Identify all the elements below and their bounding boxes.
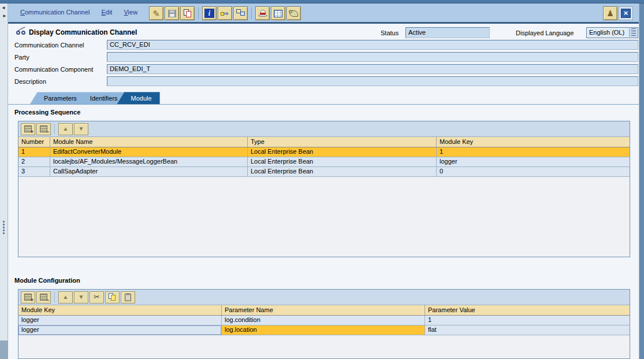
window-buttons: ♟ × xyxy=(603,6,633,20)
collapse-left-icon[interactable]: ◄ xyxy=(1,5,6,11)
display-change-toggle-button[interactable]: ✎ xyxy=(149,6,163,20)
cell-type[interactable]: Local Enterprise Bean xyxy=(248,157,437,166)
move-down-button[interactable]: ▼ xyxy=(74,291,88,304)
status-label: Status xyxy=(381,29,399,36)
column-header-module-name[interactable]: Module Name xyxy=(50,137,248,147)
status-field[interactable]: Active xyxy=(405,27,490,38)
cut-button[interactable]: ✂ xyxy=(90,291,104,304)
tab-parameters[interactable]: Parameters xyxy=(30,92,85,104)
processing-sequence-title: Processing Sequence xyxy=(14,109,80,116)
help-wizard-button[interactable]: ♟ xyxy=(603,6,617,20)
where-used-button[interactable]: ⇒ xyxy=(218,6,232,20)
cell-number[interactable]: 1 xyxy=(18,147,50,157)
display-glasses-icon xyxy=(16,28,27,36)
communication-channel-field[interactable]: CC_RCV_EDI xyxy=(107,40,638,50)
relationships-icon xyxy=(236,9,245,17)
move-up-button[interactable]: ▲ xyxy=(58,291,73,304)
close-window-button[interactable]: × xyxy=(619,6,633,20)
cell-number[interactable]: 3 xyxy=(18,167,50,176)
cell-type[interactable]: Local Enterprise Bean xyxy=(248,147,437,157)
paste-button[interactable] xyxy=(121,291,135,304)
sap-window: ◄ ► Communication Channel Edit View ✎ i xyxy=(0,0,644,359)
module-configuration-title: Module Configuration xyxy=(14,277,80,284)
insert-row-icon: + xyxy=(24,294,32,301)
cell-type[interactable]: Local Enterprise Bean xyxy=(248,167,437,176)
description-field[interactable] xyxy=(107,76,638,86)
communication-component-field[interactable]: DEMO_EDI_T xyxy=(107,64,638,74)
column-header-module-key[interactable]: Module Key xyxy=(18,305,222,315)
toolbar-separator xyxy=(251,8,252,19)
cell-parameter-name[interactable]: log.location xyxy=(222,325,425,335)
relationships-button[interactable] xyxy=(233,6,248,20)
toolbar-separator xyxy=(198,8,199,19)
down-arrow-icon: ▼ xyxy=(79,294,84,301)
up-arrow-icon: ▲ xyxy=(63,294,69,301)
communication-component-label: Communication Component xyxy=(14,66,93,73)
table-row[interactable]: logger log.condition 1 xyxy=(18,316,630,325)
cell-module-name[interactable]: CallSapAdapter xyxy=(50,167,248,176)
expand-right-icon[interactable]: ► xyxy=(2,13,7,19)
copy-icon xyxy=(183,9,192,18)
party-label: Party xyxy=(14,54,29,61)
scissors-icon: ✂ xyxy=(94,293,100,301)
left-panel-splitter[interactable]: ◄ ► xyxy=(0,3,8,359)
cell-module-key[interactable]: 1 xyxy=(437,147,630,157)
main-toolbar: ✎ i ⇒ xyxy=(149,6,301,20)
column-header-module-key[interactable]: Module Key xyxy=(437,137,630,147)
copy-pages-icon xyxy=(109,293,117,301)
tab-module[interactable]: Module xyxy=(117,92,160,104)
cell-parameter-name[interactable]: log.condition xyxy=(222,316,425,325)
table-row[interactable]: 1 EdifactConverterModule Local Enterpris… xyxy=(18,147,630,157)
cell-parameter-value[interactable]: flat xyxy=(425,325,630,335)
column-header-parameter-value[interactable]: Parameter Value xyxy=(425,305,630,315)
close-icon: × xyxy=(621,9,631,18)
menu-edit[interactable]: Edit xyxy=(101,9,112,16)
scroll-icon xyxy=(289,10,298,17)
delete-row-icon: − xyxy=(40,294,47,301)
cell-module-name[interactable]: localejbs/AF_Modules/MessageLoggerBean xyxy=(50,157,248,166)
table-row[interactable]: 2 localejbs/AF_Modules/MessageLoggerBean… xyxy=(18,157,630,167)
party-field[interactable] xyxy=(107,52,638,62)
copy-rows-button[interactable] xyxy=(105,291,120,304)
move-up-button[interactable]: ▲ xyxy=(58,123,73,135)
menu-view[interactable]: View xyxy=(124,9,137,16)
delete-row-button[interactable]: − xyxy=(36,123,51,135)
where-used-icon: ⇒ xyxy=(221,9,230,17)
column-header-number[interactable]: Number xyxy=(18,137,50,147)
pawn-icon: ♟ xyxy=(606,9,614,18)
cell-parameter-value[interactable]: 1 xyxy=(425,316,630,325)
insert-row-icon: + xyxy=(24,125,32,132)
cell-module-name[interactable]: EdifactConverterModule xyxy=(50,147,248,157)
info-button[interactable]: i xyxy=(202,6,217,20)
cell-module-key[interactable]: logger xyxy=(437,157,630,166)
save-button[interactable] xyxy=(165,6,179,20)
window-right-frame xyxy=(639,3,644,359)
menu-communication-channel[interactable]: Communication Channel xyxy=(20,9,90,16)
log-button[interactable] xyxy=(286,6,301,20)
insert-row-button[interactable]: + xyxy=(21,123,35,135)
delete-row-button[interactable]: − xyxy=(36,291,51,304)
displayed-language-select[interactable]: English (OL) xyxy=(586,27,638,38)
splitter-drag-handle[interactable] xyxy=(3,221,5,235)
cell-number[interactable]: 2 xyxy=(18,157,50,166)
menu-items: Communication Channel Edit View xyxy=(20,9,137,16)
cell-module-key[interactable]: logger xyxy=(18,325,222,335)
up-arrow-icon: ▲ xyxy=(63,125,69,132)
column-header-parameter-name[interactable]: Parameter Name xyxy=(222,305,425,315)
move-down-button[interactable]: ▼ xyxy=(74,123,88,135)
pencil-icon: ✎ xyxy=(152,9,160,18)
insert-row-button[interactable]: + xyxy=(21,291,35,304)
table-row[interactable]: 3 CallSapAdapter Local Enterprise Bean 0 xyxy=(18,167,630,177)
table-row[interactable]: logger log.location flat xyxy=(18,325,630,335)
dropdown-icon[interactable] xyxy=(629,28,637,37)
administration-button[interactable] xyxy=(255,6,270,20)
column-header-type[interactable]: Type xyxy=(248,137,437,147)
splitter-bottom-frame xyxy=(0,341,8,359)
cell-module-key[interactable]: 0 xyxy=(437,167,630,176)
clipboard-icon xyxy=(125,294,131,301)
object-list-button[interactable] xyxy=(271,6,285,20)
copy-object-button[interactable] xyxy=(180,6,195,20)
cell-module-key[interactable]: logger xyxy=(18,316,222,325)
info-icon: i xyxy=(204,9,214,18)
hat-icon xyxy=(258,10,267,17)
